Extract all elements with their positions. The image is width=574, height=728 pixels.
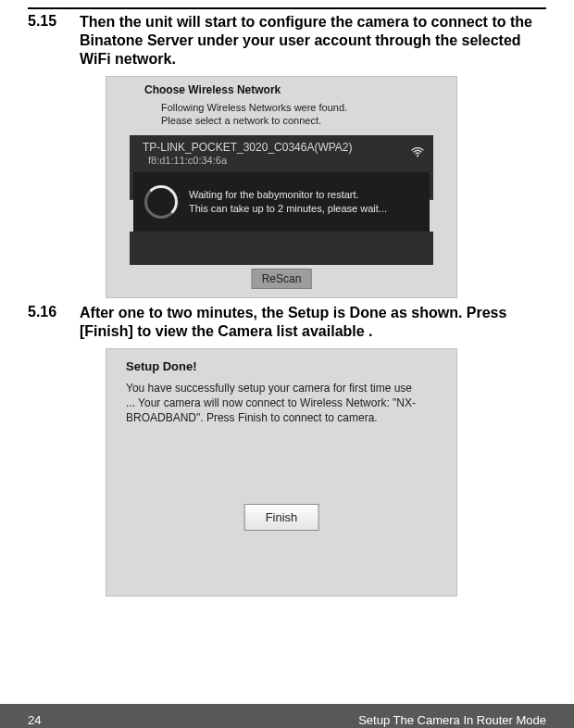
footer-title: Setup The Camera In Router Mode — [358, 713, 546, 727]
choose-network-title: Choose Wireless Network — [144, 83, 281, 96]
finish-button[interactable]: Finish — [244, 504, 319, 531]
waiting-dialog: Waiting for the babymonitor to restart. … — [133, 172, 430, 232]
page: 5.15 Then the unit will start to configu… — [0, 7, 574, 728]
section-5-15: 5.15 Then the unit will start to configu… — [28, 13, 546, 69]
spinner-icon — [144, 185, 178, 219]
wifi-row-1[interactable]: TP-LINK_POCKET_3020_C0346A(WPA2) f8:d1:1… — [130, 135, 433, 174]
setup-done-body: You have successfully setup your camera … — [126, 381, 422, 426]
choose-network-subtitle: Following Wireless Networks were found. … — [161, 102, 347, 128]
section-number: 5.15 — [28, 13, 80, 69]
waiting-message: Waiting for the babymonitor to restart. … — [189, 188, 387, 216]
section-text: Then the unit will start to configure th… — [80, 13, 546, 69]
screenshot-choose-network: Choose Wireless Network Following Wirele… — [106, 76, 457, 298]
rescan-button[interactable]: ReScan — [252, 269, 312, 289]
wifi-list-filler — [130, 232, 433, 265]
wifi-mac: f8:d1:11:c0:34:6a — [148, 155, 353, 168]
page-footer: 24 Setup The Camera In Router Mode — [0, 704, 574, 728]
svg-point-0 — [417, 155, 418, 157]
section-number: 5.16 — [28, 304, 80, 341]
wifi-ssid: TP-LINK_POCKET_3020_C0346A(WPA2) — [143, 141, 353, 155]
page-number: 24 — [28, 713, 41, 727]
section-5-16: 5.16 After one to two minutes, the Setup… — [28, 304, 546, 341]
wifi-signal-icon — [411, 147, 424, 160]
section-text: After one to two minutes, the Setup is D… — [80, 304, 546, 341]
screenshot-setup-done: Setup Done! You have successfully setup … — [106, 348, 457, 596]
setup-done-title: Setup Done! — [126, 359, 437, 373]
horizontal-rule — [28, 7, 546, 9]
